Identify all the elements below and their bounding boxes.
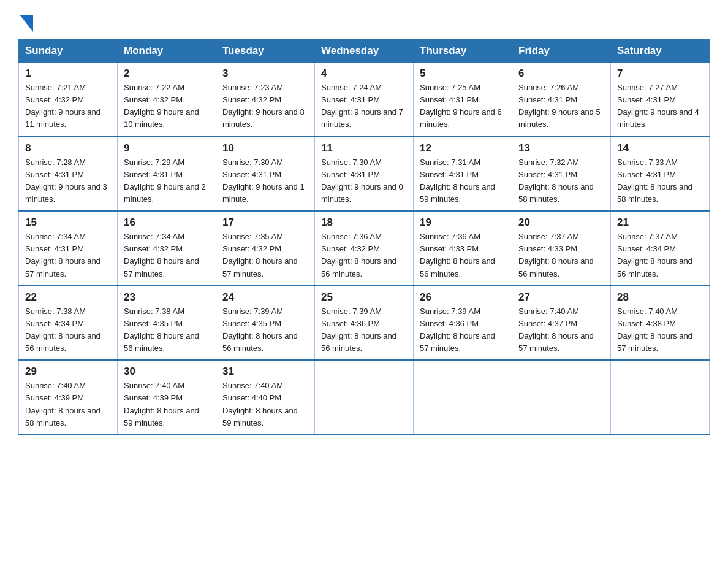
logo-arrow-icon (20, 15, 33, 32)
day-number: 24 (222, 291, 308, 304)
day-info: Sunrise: 7:25 AMSunset: 4:31 PMDaylight:… (420, 82, 506, 131)
day-info: Sunrise: 7:40 AMSunset: 4:39 PMDaylight:… (25, 380, 111, 429)
calendar-cell: 15Sunrise: 7:34 AMSunset: 4:31 PMDayligh… (19, 211, 118, 286)
day-number: 2 (124, 67, 210, 80)
col-header-saturday: Saturday (611, 40, 710, 63)
day-info: Sunrise: 7:39 AMSunset: 4:36 PMDaylight:… (420, 305, 506, 355)
col-header-wednesday: Wednesday (315, 40, 414, 63)
day-info: Sunrise: 7:32 AMSunset: 4:31 PMDaylight:… (518, 156, 604, 206)
day-info: Sunrise: 7:21 AMSunset: 4:32 PMDaylight:… (25, 82, 111, 131)
day-info: Sunrise: 7:36 AMSunset: 4:33 PMDaylight:… (420, 231, 506, 280)
day-number: 31 (222, 366, 308, 378)
day-info: Sunrise: 7:24 AMSunset: 4:31 PMDaylight:… (321, 82, 407, 131)
calendar-cell: 6Sunrise: 7:26 AMSunset: 4:31 PMDaylight… (512, 63, 611, 137)
calendar-cell: 3Sunrise: 7:23 AMSunset: 4:32 PMDaylight… (216, 63, 315, 137)
calendar-cell: 16Sunrise: 7:34 AMSunset: 4:32 PMDayligh… (118, 211, 216, 286)
calendar-cell: 9Sunrise: 7:29 AMSunset: 4:31 PMDaylight… (118, 137, 216, 212)
day-info: Sunrise: 7:26 AMSunset: 4:31 PMDaylight:… (518, 82, 604, 131)
page-header (18, 15, 710, 33)
calendar-cell: 31Sunrise: 7:40 AMSunset: 4:40 PMDayligh… (216, 360, 315, 435)
day-number: 6 (518, 67, 604, 80)
day-info: Sunrise: 7:30 AMSunset: 4:31 PMDaylight:… (321, 156, 407, 206)
day-number: 3 (222, 67, 308, 80)
day-info: Sunrise: 7:22 AMSunset: 4:32 PMDaylight:… (124, 82, 210, 131)
calendar-week-row: 22Sunrise: 7:38 AMSunset: 4:34 PMDayligh… (19, 286, 710, 361)
day-info: Sunrise: 7:37 AMSunset: 4:33 PMDaylight:… (518, 231, 604, 280)
day-number: 25 (321, 291, 407, 304)
day-info: Sunrise: 7:40 AMSunset: 4:40 PMDaylight:… (222, 380, 308, 429)
day-number: 10 (222, 142, 308, 155)
calendar-cell: 7Sunrise: 7:27 AMSunset: 4:31 PMDaylight… (611, 63, 710, 137)
day-info: Sunrise: 7:35 AMSunset: 4:32 PMDaylight:… (222, 231, 308, 280)
calendar-cell: 25Sunrise: 7:39 AMSunset: 4:36 PMDayligh… (315, 286, 414, 361)
calendar-week-row: 29Sunrise: 7:40 AMSunset: 4:39 PMDayligh… (19, 360, 710, 435)
col-header-thursday: Thursday (414, 40, 512, 63)
day-number: 8 (25, 142, 111, 155)
calendar-header-row: SundayMondayTuesdayWednesdayThursdayFrid… (19, 40, 710, 63)
day-number: 7 (617, 67, 703, 80)
day-number: 21 (617, 216, 703, 229)
day-number: 22 (25, 291, 111, 304)
calendar-cell: 30Sunrise: 7:40 AMSunset: 4:39 PMDayligh… (118, 360, 216, 435)
calendar-cell: 28Sunrise: 7:40 AMSunset: 4:38 PMDayligh… (611, 286, 710, 361)
day-info: Sunrise: 7:39 AMSunset: 4:35 PMDaylight:… (222, 305, 308, 355)
day-info: Sunrise: 7:31 AMSunset: 4:31 PMDaylight:… (420, 156, 506, 206)
calendar-cell: 8Sunrise: 7:28 AMSunset: 4:31 PMDaylight… (19, 137, 118, 212)
day-info: Sunrise: 7:40 AMSunset: 4:39 PMDaylight:… (124, 380, 210, 429)
calendar-cell: 23Sunrise: 7:38 AMSunset: 4:35 PMDayligh… (118, 286, 216, 361)
calendar-cell: 19Sunrise: 7:36 AMSunset: 4:33 PMDayligh… (414, 211, 512, 286)
day-number: 1 (25, 67, 111, 80)
calendar-cell: 24Sunrise: 7:39 AMSunset: 4:35 PMDayligh… (216, 286, 315, 361)
calendar-cell: 29Sunrise: 7:40 AMSunset: 4:39 PMDayligh… (19, 360, 118, 435)
day-number: 18 (321, 216, 407, 229)
day-number: 5 (420, 67, 506, 80)
calendar-cell: 21Sunrise: 7:37 AMSunset: 4:34 PMDayligh… (611, 211, 710, 286)
calendar-week-row: 1Sunrise: 7:21 AMSunset: 4:32 PMDaylight… (19, 63, 710, 137)
day-number: 11 (321, 142, 407, 155)
day-info: Sunrise: 7:38 AMSunset: 4:35 PMDaylight:… (124, 305, 210, 355)
day-info: Sunrise: 7:37 AMSunset: 4:34 PMDaylight:… (617, 231, 703, 280)
col-header-sunday: Sunday (19, 40, 118, 63)
day-number: 23 (124, 291, 210, 304)
calendar-cell: 22Sunrise: 7:38 AMSunset: 4:34 PMDayligh… (19, 286, 118, 361)
day-info: Sunrise: 7:38 AMSunset: 4:34 PMDaylight:… (25, 305, 111, 355)
calendar-cell (315, 360, 414, 435)
day-info: Sunrise: 7:34 AMSunset: 4:32 PMDaylight:… (124, 231, 210, 280)
day-info: Sunrise: 7:33 AMSunset: 4:31 PMDaylight:… (617, 156, 703, 206)
day-number: 15 (25, 216, 111, 229)
col-header-monday: Monday (118, 40, 216, 63)
day-info: Sunrise: 7:40 AMSunset: 4:38 PMDaylight:… (617, 305, 703, 355)
day-number: 16 (124, 216, 210, 229)
calendar-cell: 2Sunrise: 7:22 AMSunset: 4:32 PMDaylight… (118, 63, 216, 137)
day-number: 28 (617, 291, 703, 304)
logo (18, 15, 33, 33)
calendar-cell: 13Sunrise: 7:32 AMSunset: 4:31 PMDayligh… (512, 137, 611, 212)
calendar-cell: 26Sunrise: 7:39 AMSunset: 4:36 PMDayligh… (414, 286, 512, 361)
day-number: 20 (518, 216, 604, 229)
day-number: 26 (420, 291, 506, 304)
day-number: 19 (420, 216, 506, 229)
calendar-cell: 20Sunrise: 7:37 AMSunset: 4:33 PMDayligh… (512, 211, 611, 286)
day-info: Sunrise: 7:28 AMSunset: 4:31 PMDaylight:… (25, 156, 111, 206)
calendar-week-row: 15Sunrise: 7:34 AMSunset: 4:31 PMDayligh… (19, 211, 710, 286)
calendar-cell: 12Sunrise: 7:31 AMSunset: 4:31 PMDayligh… (414, 137, 512, 212)
calendar-cell: 11Sunrise: 7:30 AMSunset: 4:31 PMDayligh… (315, 137, 414, 212)
calendar-cell: 18Sunrise: 7:36 AMSunset: 4:32 PMDayligh… (315, 211, 414, 286)
col-header-friday: Friday (512, 40, 611, 63)
calendar-cell: 17Sunrise: 7:35 AMSunset: 4:32 PMDayligh… (216, 211, 315, 286)
day-info: Sunrise: 7:27 AMSunset: 4:31 PMDaylight:… (617, 82, 703, 131)
calendar-cell (512, 360, 611, 435)
calendar-week-row: 8Sunrise: 7:28 AMSunset: 4:31 PMDaylight… (19, 137, 710, 212)
calendar-table: SundayMondayTuesdayWednesdayThursdayFrid… (18, 39, 710, 435)
day-info: Sunrise: 7:40 AMSunset: 4:37 PMDaylight:… (518, 305, 604, 355)
day-number: 29 (25, 366, 111, 378)
day-number: 4 (321, 67, 407, 80)
day-number: 27 (518, 291, 604, 304)
day-number: 13 (518, 142, 604, 155)
calendar-cell: 4Sunrise: 7:24 AMSunset: 4:31 PMDaylight… (315, 63, 414, 137)
calendar-cell (611, 360, 710, 435)
day-number: 30 (124, 366, 210, 378)
day-info: Sunrise: 7:39 AMSunset: 4:36 PMDaylight:… (321, 305, 407, 355)
calendar-cell: 14Sunrise: 7:33 AMSunset: 4:31 PMDayligh… (611, 137, 710, 212)
day-number: 12 (420, 142, 506, 155)
